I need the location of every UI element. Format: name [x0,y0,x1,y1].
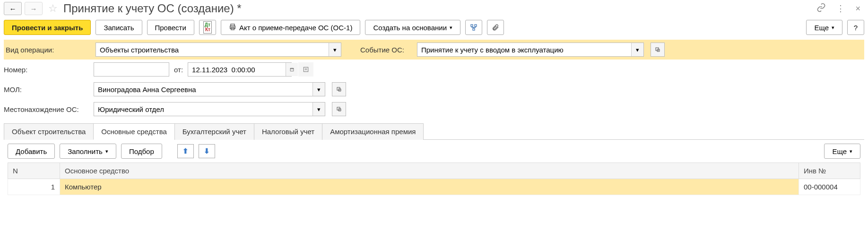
tab-construction-object[interactable]: Объект строительства [4,123,94,140]
help-button[interactable]: ? [847,20,864,35]
cell-os-name[interactable]: Компьютер [60,179,799,195]
nav-forward-button[interactable]: → [25,2,43,15]
location-label: Местонахождение ОС: [4,105,89,113]
close-icon[interactable]: × [851,4,864,14]
paperclip-icon [492,24,499,31]
dtkt-icon-button[interactable]: ДтКт [199,20,216,35]
move-down-button[interactable]: ⬇ [199,144,215,158]
location-open-button[interactable] [332,102,346,116]
chevron-down-icon: ▾ [450,25,452,31]
open-external-icon [655,47,660,52]
tab-depreciation-bonus[interactable]: Амортизационная премия [322,123,424,140]
operation-type-input[interactable] [96,43,329,56]
create-based-label: Создать на основании [373,24,447,32]
mol-label: МОЛ: [4,86,89,94]
tab-tax-accounting[interactable]: Налоговый учет [254,123,322,140]
nav-back-button[interactable]: ← [4,2,22,15]
from-label: от: [174,66,183,74]
event-os-open-button[interactable] [651,43,665,57]
col-header-os[interactable]: Основное средство [60,163,799,179]
document-detail-button[interactable] [298,62,313,77]
more-button[interactable]: Еще ▾ [806,20,842,35]
more-label: Еще [814,24,829,32]
chevron-down-icon: ▾ [850,148,852,154]
fill-button[interactable]: Заполнить ▾ [60,144,116,159]
cell-n: 1 [8,179,60,195]
dropdown-icon-button[interactable]: ▾ [631,43,643,56]
move-up-button[interactable]: ⬆ [177,144,194,158]
print-act-label: Акт о приеме-передаче ОС (ОС-1) [239,24,353,32]
dropdown-icon-button[interactable]: ▾ [312,83,325,96]
svg-rect-5 [473,28,475,30]
col-header-inv[interactable]: Инв № [799,163,860,179]
date-input[interactable] [188,63,286,76]
chevron-down-icon: ▾ [832,25,834,31]
calendar-icon [290,66,294,73]
svg-rect-7 [290,68,294,71]
tab-accounting[interactable]: Бухгалтерский учет [174,123,254,140]
chevron-down-icon: ▾ [105,148,108,154]
favorite-star-icon[interactable]: ☆ [45,2,61,15]
tabs-container: Объект строительства Основные средства Б… [4,123,864,140]
svg-rect-4 [475,25,477,26]
open-external-icon [336,106,342,112]
tab-more-label: Еще [832,147,847,155]
mol-open-button[interactable] [332,82,346,96]
add-row-button[interactable]: Добавить [8,144,55,159]
pick-button[interactable]: Подбор [121,144,162,159]
operation-type-label: Вид операции: [6,46,91,54]
fixed-assets-table: N Основное средство Инв № 1 Компьютер 00… [8,162,860,195]
arrow-down-icon: ⬇ [204,147,210,155]
post-button[interactable]: Провести [147,20,194,35]
svg-rect-3 [471,25,473,26]
print-icon [229,23,236,32]
tab-fixed-assets[interactable]: Основные средства [93,123,174,140]
link-icon[interactable] [813,3,830,15]
cell-inv-no: 00-000004 [799,179,860,195]
dropdown-icon-button[interactable]: ▾ [312,103,325,116]
tab-more-button[interactable]: Еще ▾ [824,144,860,159]
structure-icon-button[interactable] [465,20,482,35]
mol-input[interactable] [94,83,312,96]
print-act-os1-button[interactable]: Акт о приеме-передаче ОС (ОС-1) [221,20,361,35]
kebab-menu-icon[interactable]: ⋮ [833,3,849,14]
structure-icon [470,24,477,31]
location-input[interactable] [94,103,312,116]
document-icon [302,66,310,73]
event-os-input[interactable] [417,43,631,56]
number-label: Номер: [4,66,89,74]
col-header-n[interactable]: N [8,163,60,179]
dropdown-icon-button[interactable]: ▾ [329,43,341,56]
attachment-icon-button[interactable] [487,20,504,35]
arrow-up-icon: ⬆ [182,147,189,155]
create-based-on-button[interactable]: Создать на основании ▾ [365,20,460,35]
post-and-close-button[interactable]: Провести и закрыть [4,20,91,35]
dtkt-icon: ДтКт [203,21,212,34]
fill-label: Заполнить [68,147,103,155]
calendar-icon-button[interactable] [286,63,298,76]
page-title: Принятие к учету ОС (создание) * [63,2,810,15]
table-row[interactable]: 1 Компьютер 00-000004 [8,179,860,195]
event-os-label: Событие ОС: [360,46,412,54]
write-button[interactable]: Записать [95,20,142,35]
open-external-icon [336,86,342,92]
